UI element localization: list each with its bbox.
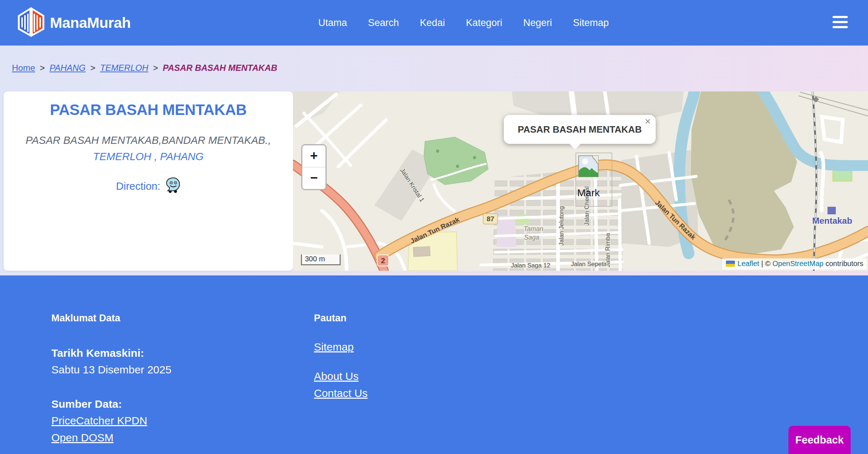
map-attribution: Leaflet | © OpenStreetMap contributors: [722, 258, 867, 270]
comma-separator: ,: [154, 151, 157, 162]
breadcrumb: Home > PAHANG > TEMERLOH > PASAR BASAH M…: [12, 63, 277, 73]
popup-close-icon[interactable]: ×: [645, 116, 651, 127]
direction-label: Direction:: [116, 180, 161, 192]
footer-about-link[interactable]: About Us: [314, 370, 358, 382]
broken-image-icon: [579, 156, 598, 177]
nav-sitemap[interactable]: Sitemap: [573, 17, 609, 29]
waze-icon[interactable]: [165, 177, 180, 195]
breadcrumb-separator: >: [40, 63, 45, 73]
main-nav: Utama Search Kedai Kategori Negeri Sitem…: [318, 0, 609, 46]
street-label-sepetir: Jalan Sepetir: [571, 261, 607, 267]
footer-contact-link[interactable]: Contact Us: [314, 387, 367, 399]
manamurah-logo-icon: [17, 5, 45, 40]
page: ManaMurah Utama Search Kedai Kategori Ne…: [0, 0, 868, 454]
map-zoom-control: + −: [301, 144, 327, 190]
breadcrumb-district[interactable]: TEMERLOH: [100, 63, 148, 73]
popup-title: PASAR BASAH MENTAKAB: [504, 115, 656, 135]
nav-negeri[interactable]: Negeri: [523, 17, 552, 29]
premise-location-links: TEMERLOH , PAHANG: [4, 151, 293, 163]
premise-address: PASAR BASAH MENTAKAB,BANDAR MENTAKAB.,: [7, 134, 289, 146]
map-scale-bar: 300 m: [301, 254, 341, 265]
premise-title: PASAR BASAH MENTAKAB: [11, 101, 286, 119]
leaflet-map[interactable]: 2 87 Jalan Kristal 1 Jalan Tun Razak Jal…: [293, 91, 868, 271]
leaflet-link[interactable]: Leaflet: [737, 260, 759, 267]
nav-utama[interactable]: Utama: [318, 17, 347, 29]
brand-name: ManaMurah: [50, 14, 131, 31]
direction-row: Direction:: [4, 177, 293, 195]
source-label: Sumber Data:: [51, 396, 171, 413]
footer: Maklumat Data Tarikh Kemaskini: Sabtu 13…: [0, 275, 868, 454]
map-popup: PASAR BASAH MENTAKAB ×: [504, 115, 656, 144]
svg-text:87: 87: [486, 215, 494, 223]
nav-search[interactable]: Search: [368, 17, 399, 29]
top-navbar: ManaMurah Utama Search Kedai Kategori Ne…: [0, 0, 868, 46]
ukraine-flag-icon: [726, 261, 735, 267]
route-badge-2: 2: [377, 255, 389, 266]
street-label-saga12: Jalan Saga 12: [511, 262, 550, 269]
openstreetmap-link[interactable]: OpenStreetMap: [773, 260, 824, 267]
updated-value: Sabtu 13 Disember 2025: [51, 361, 171, 378]
nav-kategori[interactable]: Kategori: [466, 17, 502, 29]
zoom-out-button[interactable]: −: [302, 167, 326, 189]
premise-card: PASAR BASAH MENTAKAB PASAR BASAH MENTAKA…: [4, 91, 293, 271]
breadcrumb-home[interactable]: Home: [12, 63, 35, 73]
station-icon: [827, 207, 836, 214]
nav-kedai[interactable]: Kedai: [420, 17, 445, 29]
pricecatcher-link[interactable]: PriceCatcher KPDN: [51, 415, 147, 427]
hamburger-menu-icon[interactable]: [833, 16, 848, 30]
street-label-jelutong: Jalan Jelutong: [558, 206, 565, 246]
marker-alt-text: Mark: [577, 187, 600, 198]
content-area: Home > PAHANG > TEMERLOH > PASAR BASAH M…: [0, 46, 868, 275]
state-link[interactable]: PAHANG: [160, 151, 204, 162]
breadcrumb-separator: >: [90, 63, 95, 73]
route-badge-87: 87: [483, 214, 498, 224]
area-label-saga: Saga: [524, 234, 539, 241]
svg-text:2: 2: [381, 257, 385, 265]
breadcrumb-state[interactable]: PAHANG: [50, 63, 86, 73]
footer-data-column: Maklumat Data Tarikh Kemaskini: Sabtu 13…: [51, 311, 171, 446]
footer-col1-title: Maklumat Data: [51, 311, 171, 326]
district-link[interactable]: TEMERLOH: [93, 151, 151, 162]
opendosm-link[interactable]: Open DOSM: [51, 432, 114, 444]
feedback-button[interactable]: Feedback: [788, 426, 851, 454]
attribution-suffix: contributors: [824, 260, 863, 267]
zoom-in-button[interactable]: +: [302, 145, 326, 167]
brand-logo[interactable]: ManaMurah: [17, 5, 131, 40]
breadcrumb-separator: >: [153, 63, 158, 73]
footer-sitemap-link[interactable]: Sitemap: [314, 341, 354, 353]
updated-label: Tarikh Kemaskini:: [51, 345, 171, 362]
area-label-taman: Taman: [524, 225, 543, 232]
breadcrumb-current: PASAR BASAH MENTAKAB: [163, 63, 277, 73]
footer-col2-title: Pautan: [314, 311, 367, 326]
footer-links-column: Pautan Sitemap About Us Contact Us: [314, 311, 367, 402]
attribution-divider: | ©: [759, 260, 773, 267]
town-label-mentakab: Mentakab: [812, 216, 852, 226]
